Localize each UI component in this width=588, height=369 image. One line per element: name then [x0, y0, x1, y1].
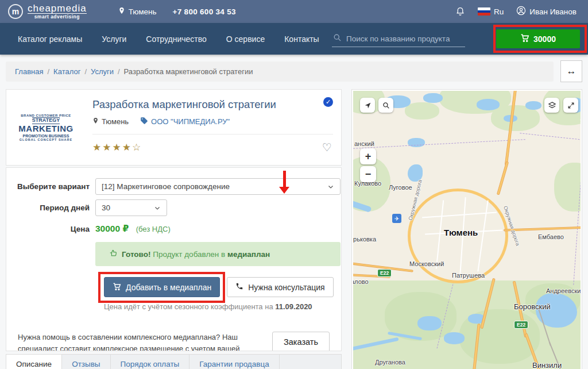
user-icon	[516, 6, 526, 17]
tab-reviews[interactable]: Отзывы	[62, 355, 110, 369]
map-layers-button[interactable]	[544, 98, 559, 113]
bell-icon[interactable]	[455, 6, 465, 18]
logo[interactable]: m cheapmedia smart advertising	[8, 3, 87, 20]
map-canvas[interactable]: ✈ E22 E22 анский Кулаково Луговое орьков…	[353, 91, 581, 369]
breadcrumb-services[interactable]: Услуги	[91, 67, 114, 76]
order-button[interactable]: Заказать	[272, 332, 330, 351]
breadcrumb-current: Разработка маркетинговой стратегии	[124, 67, 253, 76]
map-label: Московский	[409, 260, 444, 267]
search-icon	[333, 33, 342, 44]
order-options-card: Выберите вариант [12] Маркетинговое сопр…	[6, 167, 342, 351]
map-lake	[477, 99, 500, 110]
tag-icon	[140, 117, 148, 126]
rating-star-empty[interactable]: ☆	[132, 141, 141, 153]
map-label: орьковка	[353, 236, 376, 243]
map-label: Друганова	[375, 359, 405, 366]
map-label: алово	[353, 278, 369, 285]
check-icon: ✓	[326, 98, 331, 106]
product-card: BRAND CUSTOMER PRICE STRATEGY MARKETING …	[6, 89, 342, 166]
verified-badge: ✓	[323, 97, 333, 107]
breadcrumb-separator: /	[118, 67, 120, 76]
seller-name: ООО "ЧИПМЕДИА.РУ"	[151, 117, 230, 126]
nav-item-contacts[interactable]: Контакты	[274, 34, 328, 44]
language-switcher[interactable]: Ru	[478, 7, 504, 16]
price-value: 30000 ₽	[95, 224, 129, 233]
user-name: Иван Иванов	[529, 7, 577, 16]
map-label: Патрушева	[452, 272, 485, 279]
favorite-heart-icon[interactable]: ♡	[322, 141, 332, 154]
map-label: Андреевский	[546, 287, 581, 294]
top-bar: m cheapmedia smart advertising Тюмень +7…	[0, 0, 588, 23]
add-button-label: Добавить в медиаплан	[126, 283, 211, 292]
search-input[interactable]	[346, 34, 464, 43]
city-label: Тюмень	[129, 7, 157, 16]
map-lake	[444, 332, 465, 344]
price-vat-note: (без НДС)	[136, 225, 171, 233]
tab-description[interactable]: Описание	[6, 354, 62, 369]
consultation-button[interactable]: Нужна консультация	[227, 277, 333, 297]
tab-guarantees[interactable]: Гарантии продавца	[189, 355, 279, 369]
breadcrumb-catalog[interactable]: Каталог	[53, 67, 80, 76]
thumb-word: MARKETING	[18, 124, 73, 134]
cart-button[interactable]: 30000	[496, 29, 580, 48]
nav-item-services[interactable]: Услуги	[92, 34, 136, 44]
product-city-label: Тюмень	[102, 117, 129, 126]
search-box	[332, 31, 465, 47]
geolocation-button[interactable]	[360, 98, 375, 113]
seller-link[interactable]: ООО "ЧИПМЕДИА.РУ"	[140, 117, 230, 126]
thumbs-up-icon	[109, 249, 118, 259]
left-right-arrow-icon: ↔	[567, 66, 577, 77]
alert-mediaplan: медиаплан	[227, 250, 270, 259]
thumb-word: PROMOTION BUSINESS	[23, 134, 69, 139]
map-label-city: Тюмень	[444, 228, 478, 237]
map-forest	[405, 102, 439, 120]
success-alert: Готово! Продукт добавлен в медиаплан	[95, 242, 341, 266]
cart-icon	[113, 282, 121, 293]
toggle-map-width-button[interactable]: ↔	[560, 60, 582, 82]
price-label: Цена	[6, 225, 90, 233]
zoom-out-button[interactable]: −	[360, 166, 376, 182]
map-panel: ✈ E22 E22 анский Кулаково Луговое орьков…	[351, 89, 582, 369]
product-tabs: Описание Отзывы Порядок оплаты Гарантии …	[6, 354, 342, 369]
consult-button-label: Нужна консультация	[248, 283, 324, 292]
city-selector[interactable]: Тюмень	[118, 6, 157, 17]
nav-item-cooperation[interactable]: Сотрудничество	[136, 34, 216, 44]
phone-icon	[235, 282, 243, 292]
route-badge-e22: E22	[377, 269, 392, 277]
nav-item-catalog[interactable]: Каталог рекламы	[8, 34, 92, 44]
thumb-word: BRAND CUSTOMER PRICE	[21, 114, 71, 118]
map-boundary	[520, 133, 581, 141]
nav-item-about[interactable]: О сервисе	[216, 34, 274, 44]
breadcrumb-row: Главная / Каталог / Услуги / Разработка …	[6, 60, 582, 82]
thumb-word: GLOBAL CONCEPT SHARE	[20, 138, 72, 141]
map-road	[497, 161, 509, 195]
breadcrumb-home[interactable]: Главная	[15, 67, 43, 76]
variant-value: [12] Маркетинговое сопровождение	[102, 182, 230, 191]
map-search-button[interactable]	[378, 98, 393, 113]
page-title: Разработка маркетинговой стратегии	[92, 98, 333, 111]
divider	[92, 134, 333, 134]
map-label: Винзили	[532, 361, 562, 369]
zoom-in-button[interactable]: +	[360, 148, 376, 164]
user-menu[interactable]: Иван Иванов	[516, 6, 577, 17]
period-label: Период дней	[6, 203, 90, 212]
map-label: анский	[354, 140, 374, 147]
add-to-mediaplan-button[interactable]: Добавить в медиаплан	[104, 277, 220, 297]
map-fullscreen-button[interactable]	[563, 98, 578, 113]
map-label: Боровский	[514, 302, 551, 311]
phone-number[interactable]: +7 800 600 34 53	[173, 7, 236, 16]
product-thumbnail[interactable]: BRAND CUSTOMER PRICE STRATEGY MARKETING …	[14, 96, 78, 159]
season-note: Цена идёт с учётом сезонного коэффициент…	[104, 302, 341, 311]
logo-tagline: smart advertising	[28, 14, 87, 20]
map-lake	[417, 316, 442, 330]
alert-ok: Готово!	[122, 250, 150, 259]
period-select[interactable]: 30	[95, 199, 167, 216]
route-badge-e22: E22	[514, 321, 528, 329]
airport-icon: ✈	[392, 214, 401, 223]
map-label: Луговое	[389, 184, 412, 191]
breadcrumb-separator: /	[47, 67, 49, 76]
variant-select[interactable]: [12] Маркетинговое сопровождение	[95, 178, 341, 195]
logo-mark: m	[8, 4, 23, 19]
rating-stars-filled[interactable]: ★★★★	[92, 141, 132, 153]
tab-payment[interactable]: Порядок оплаты	[111, 355, 190, 369]
